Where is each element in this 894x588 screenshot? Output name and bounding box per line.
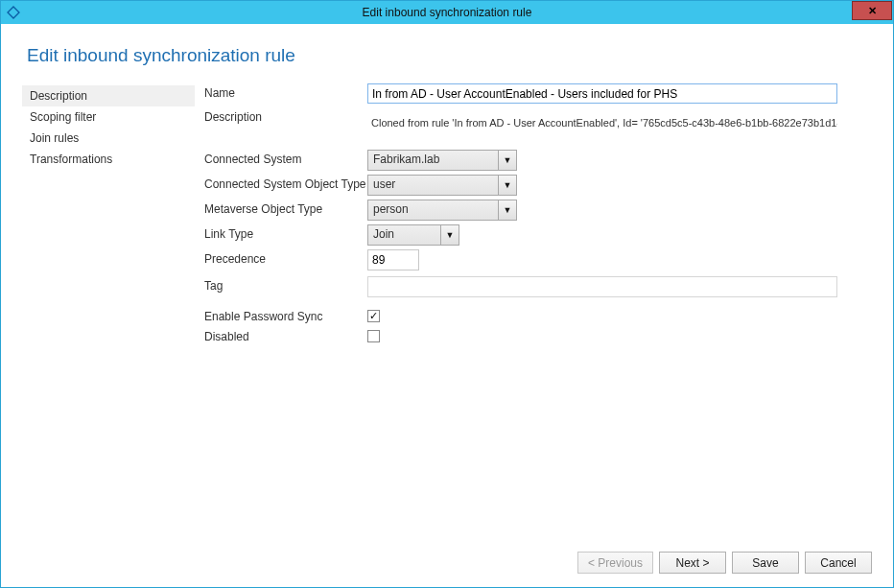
titlebar: Edit inbound synchronization rule ✕ — [1, 1, 893, 24]
mv-object-type-combo[interactable]: person ▼ — [367, 200, 517, 221]
page-title: Edit inbound synchronization rule — [22, 45, 872, 66]
cs-object-type-value: user — [367, 175, 498, 196]
sidebar-item-join-rules[interactable]: Join rules — [22, 128, 195, 149]
sidebar: Description Scoping filter Join rules Tr… — [22, 83, 195, 534]
disabled-checkbox[interactable] — [367, 330, 380, 342]
close-icon: ✕ — [868, 5, 877, 17]
form-area: Name Description Cloned from rule 'In fr… — [204, 83, 872, 534]
enable-pwd-sync-checkbox[interactable] — [367, 310, 380, 322]
sidebar-item-label: Transformations — [30, 153, 112, 166]
cancel-button[interactable]: Cancel — [805, 552, 872, 574]
tag-label: Tag — [204, 276, 367, 293]
footer: < Previous Next > Save Cancel — [1, 544, 893, 587]
sidebar-item-description[interactable]: Description — [22, 85, 195, 106]
link-type-value: Join — [367, 224, 440, 246]
mv-object-type-label: Metaverse Object Type — [204, 200, 367, 216]
enable-pwd-sync-label: Enable Password Sync — [204, 307, 367, 323]
name-label: Name — [204, 83, 367, 100]
link-type-label: Link Type — [204, 224, 367, 241]
name-input[interactable] — [367, 83, 837, 104]
sidebar-item-label: Scoping filter — [30, 110, 96, 124]
sidebar-item-label: Description — [30, 89, 87, 103]
connected-system-combo[interactable]: Fabrikam.lab ▼ — [367, 150, 517, 171]
chevron-down-icon[interactable]: ▼ — [498, 200, 517, 221]
chevron-down-icon[interactable]: ▼ — [440, 224, 459, 246]
content-area: Edit inbound synchronization rule Descri… — [1, 24, 893, 544]
precedence-input[interactable] — [367, 249, 419, 270]
cs-object-type-combo[interactable]: user ▼ — [367, 175, 517, 196]
description-label: Description — [204, 107, 367, 124]
precedence-label: Precedence — [204, 249, 367, 266]
connected-system-value: Fabrikam.lab — [367, 150, 498, 171]
window-title: Edit inbound synchronization rule — [1, 6, 893, 19]
sidebar-item-transformations[interactable]: Transformations — [22, 149, 195, 170]
connected-system-label: Connected System — [204, 150, 367, 166]
previous-button[interactable]: < Previous — [577, 552, 653, 574]
main-row: Description Scoping filter Join rules Tr… — [22, 83, 872, 534]
link-type-combo[interactable]: Join ▼ — [367, 224, 459, 246]
sidebar-item-label: Join rules — [30, 131, 79, 145]
cs-object-type-label: Connected System Object Type — [204, 175, 367, 191]
chevron-down-icon[interactable]: ▼ — [498, 150, 517, 171]
tag-input[interactable] — [367, 276, 837, 297]
description-text[interactable]: Cloned from rule 'In from AD - User Acco… — [367, 107, 837, 146]
chevron-down-icon[interactable]: ▼ — [498, 175, 517, 196]
window-frame: Edit inbound synchronization rule ✕ Edit… — [0, 0, 894, 588]
next-button[interactable]: Next > — [659, 552, 726, 574]
mv-object-type-value: person — [367, 200, 498, 221]
sidebar-item-scoping-filter[interactable]: Scoping filter — [22, 106, 195, 128]
close-button[interactable]: ✕ — [852, 1, 892, 20]
disabled-label: Disabled — [204, 327, 367, 343]
save-button[interactable]: Save — [732, 552, 799, 574]
